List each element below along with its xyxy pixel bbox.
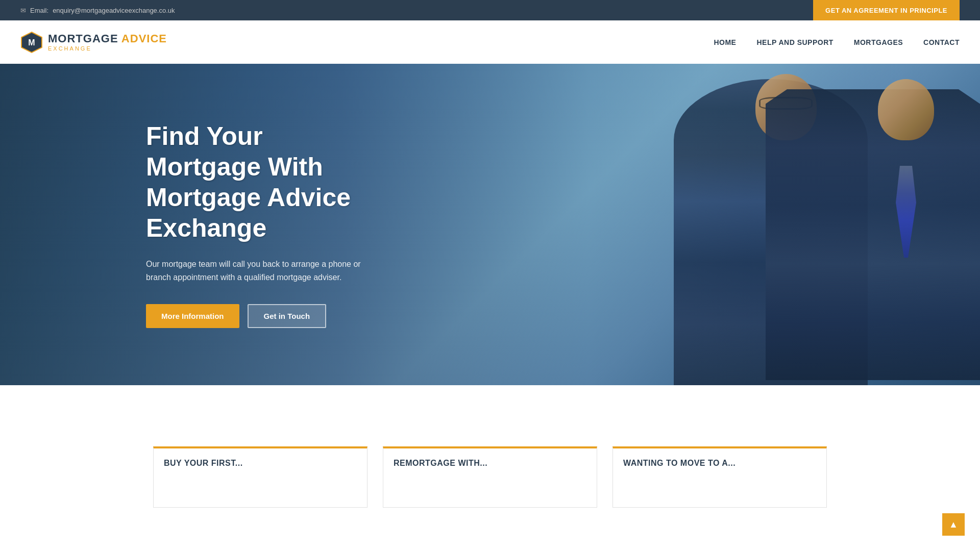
hero-people-background: [343, 64, 980, 385]
logo[interactable]: M MORTGAGE ADVICE EXCHANGE: [20, 31, 167, 54]
nav-link-home[interactable]: HOME: [714, 38, 736, 46]
more-information-button[interactable]: More Information: [146, 304, 239, 328]
hero-content: Find Your Mortgage With Mortgage Advice …: [0, 121, 383, 328]
get-agreement-button[interactable]: GET AN AGREEMENT IN PRINCIPLE: [813, 0, 960, 20]
scroll-to-top-button[interactable]: ▲: [942, 513, 965, 536]
card-move[interactable]: WANTING TO MOVE TO A...: [612, 446, 827, 508]
navbar: M MORTGAGE ADVICE EXCHANGE HOME HELP AND…: [0, 20, 980, 64]
hero-title: Find Your Mortgage With Mortgage Advice …: [146, 121, 383, 243]
svg-text:M: M: [28, 38, 35, 47]
nav-link-help[interactable]: HELP AND SUPPORT: [756, 38, 833, 46]
hero-subtitle: Our mortgage team will call you back to …: [146, 258, 383, 284]
nav-link-mortgages[interactable]: MORTGAGES: [854, 38, 903, 46]
nav-links: HOME HELP AND SUPPORT MORTGAGES CONTACT: [714, 38, 960, 47]
nav-item-home[interactable]: HOME: [714, 38, 736, 47]
nav-item-help[interactable]: HELP AND SUPPORT: [756, 38, 833, 47]
email-prefix: Email:: [30, 7, 48, 14]
email-contact: ✉ Email: enquiry@mortgageadviceexchange.…: [20, 7, 175, 14]
logo-text: MORTGAGE ADVICE EXCHANGE: [48, 33, 167, 51]
get-in-touch-button[interactable]: Get in Touch: [248, 304, 327, 328]
below-hero-section: BUY YOUR FIRST... REMORTGAGE WITH... WAN…: [0, 385, 980, 523]
card-remortgage[interactable]: REMORTGAGE WITH...: [383, 446, 597, 508]
logo-icon: M: [20, 31, 43, 54]
top-bar: ✉ Email: enquiry@mortgageadviceexchange.…: [0, 0, 980, 20]
nav-link-contact[interactable]: CONTACT: [923, 38, 960, 46]
person-head-2: [878, 79, 934, 140]
hero-section: Find Your Mortgage With Mortgage Advice …: [0, 64, 980, 385]
email-address: enquiry@mortgageadviceexchange.co.uk: [53, 7, 175, 14]
nav-item-mortgages[interactable]: MORTGAGES: [854, 38, 903, 47]
logo-main: MORTGAGE ADVICE: [48, 33, 167, 45]
hero-buttons: More Information Get in Touch: [146, 304, 383, 328]
email-icon: ✉: [20, 7, 26, 14]
nav-item-contact[interactable]: CONTACT: [923, 38, 960, 47]
logo-sub: EXCHANGE: [48, 45, 167, 52]
card-buy-first[interactable]: BUY YOUR FIRST...: [153, 446, 368, 508]
person-silhouette-2: [766, 89, 980, 380]
